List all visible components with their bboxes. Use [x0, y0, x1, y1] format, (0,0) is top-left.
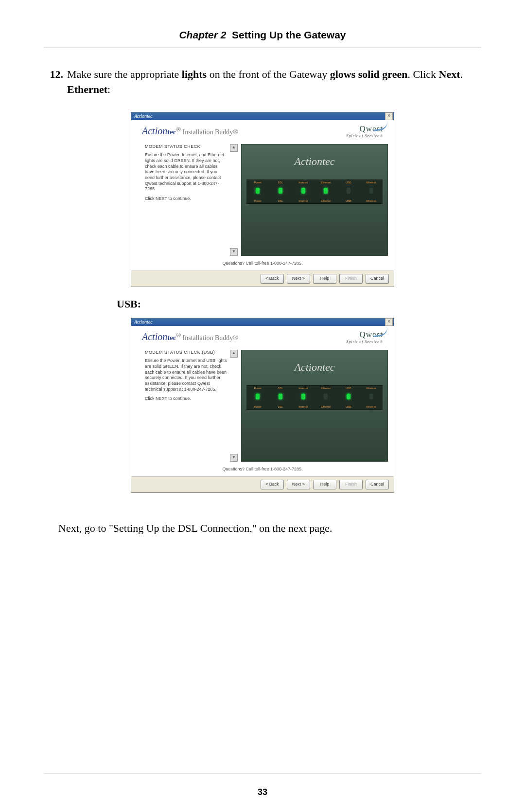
brand-row: Actiontec® Installation Buddy® Qwest Spi… [131, 326, 394, 347]
help-button[interactable]: Help [313, 480, 336, 489]
questions-text: Questions? Call toll-free 1-800-247-7285… [131, 462, 394, 476]
questions-text: Questions? Call toll-free 1-800-247-7285… [131, 256, 394, 271]
help-button[interactable]: Help [313, 274, 336, 284]
finish-button: Finish [339, 480, 363, 489]
instructions-panel: MODEM STATUS CHECK (USB) Ensure the Powe… [145, 350, 230, 462]
panel-heading: MODEM STATUS CHECK [145, 144, 228, 150]
led-usb [347, 394, 350, 399]
led-ethernet [324, 394, 328, 399]
actiontec-logo: Actiontec® Installation Buddy® [142, 126, 238, 137]
cancel-button[interactable]: Cancel [366, 480, 389, 489]
scroll-down-icon[interactable]: ▼ [230, 248, 238, 256]
scroll-up-icon[interactable]: ▲ [230, 350, 238, 358]
step-text: . [460, 68, 463, 80]
scrollbar[interactable]: ▲ ▼ [230, 144, 237, 256]
titlebar: Actiontec × [131, 112, 394, 120]
footer-rule [44, 774, 481, 774]
panel-heading: MODEM STATUS CHECK (USB) [145, 350, 228, 356]
next-button[interactable]: Next > [287, 480, 310, 489]
header-rule [44, 47, 481, 48]
led-power [256, 394, 260, 399]
step-bold-next: Next [439, 68, 460, 80]
panel-body: Ensure the Power, Internet and USB light… [145, 358, 228, 392]
led-power [256, 188, 260, 194]
step-12: 12. Make sure the appropriate lights on … [44, 67, 481, 97]
step-text: Make sure the appropriate [67, 68, 182, 80]
ethernet-label: Ethernet [67, 83, 107, 95]
led-labels-bottom: Power DSL Internet Ethernet USB Wireless [246, 405, 383, 408]
chapter-header: Chapter 2 Setting Up the Gateway [44, 29, 481, 41]
button-row: < Back Next > Help Finish Cancel [131, 476, 394, 492]
back-button[interactable]: < Back [261, 480, 284, 489]
cancel-button[interactable]: Cancel [366, 274, 389, 284]
modem-image: Actiontec Power DSL Internet Ethernet US… [241, 350, 388, 462]
led-labels-top: Power DSL Internet Ethernet USB Wireless [246, 181, 383, 184]
modem-image: Actiontec Power DSL Internet Ethernet US… [241, 144, 388, 256]
back-button[interactable]: < Back [261, 274, 284, 284]
window-title: Actiontec [132, 113, 153, 119]
scrollbar[interactable]: ▲ ▼ [230, 350, 237, 462]
brand-row: Actiontec® Installation Buddy® Qwest Spi… [131, 120, 394, 141]
step-number: 12. [44, 67, 67, 97]
modem-logo: Actiontec [294, 361, 334, 374]
page-number: 33 [0, 787, 525, 797]
titlebar: Actiontec × [131, 318, 394, 326]
chapter-number: Chapter 2 [179, 29, 226, 40]
led-wireless [369, 394, 373, 399]
usb-label: USB: [117, 298, 481, 310]
actiontec-logo: Actiontec® Installation Buddy® [142, 331, 238, 343]
qwest-swoosh-icon [373, 121, 388, 131]
panel-body: Ensure the Power, Internet, and Ethernet… [145, 152, 228, 192]
led-dsl [279, 188, 282, 194]
modem-logo: Actiontec [294, 155, 334, 168]
qwest-logo: Qwest Spirit of Service® [346, 124, 383, 138]
led-ethernet [324, 188, 328, 194]
step-bold-glows: glows solid green [330, 68, 408, 80]
step-text: . Click [407, 68, 438, 80]
finish-button: Finish [339, 274, 363, 284]
led-labels-top: Power DSL Internet Ethernet USB Wireless [246, 387, 383, 390]
step-bold-lights: lights [182, 68, 207, 80]
instructions-panel: MODEM STATUS CHECK Ensure the Power, Int… [145, 144, 230, 256]
led-labels-bottom: Power DSL Internet Ethernet USB Wireless [246, 199, 383, 202]
step-text: on the front of the Gateway [207, 68, 330, 80]
led-internet [301, 394, 305, 399]
close-icon[interactable]: × [385, 112, 393, 120]
colon: : [107, 83, 110, 95]
close-icon[interactable]: × [385, 318, 393, 326]
window-title: Actiontec [132, 319, 153, 325]
led-internet [301, 188, 305, 194]
next-page-line: Next, go to "Setting Up the DSL Connecti… [58, 522, 481, 535]
install-buddy-window-usb: Actiontec × Actiontec® Installation Budd… [131, 318, 394, 493]
scroll-up-icon[interactable]: ▲ [230, 144, 238, 152]
install-buddy-window-ethernet: Actiontec × Actiontec® Installation Budd… [131, 112, 394, 287]
qwest-swoosh-icon [373, 327, 388, 337]
led-usb [347, 188, 350, 194]
next-button[interactable]: Next > [287, 274, 310, 284]
scroll-down-icon[interactable]: ▼ [230, 454, 238, 462]
led-wireless [369, 188, 373, 194]
qwest-logo: Qwest Spirit of Service® [346, 330, 383, 344]
led-dsl [279, 394, 282, 399]
panel-continue: Click NEXT to continue. [145, 396, 228, 402]
step-body: Make sure the appropriate lights on the … [67, 67, 481, 97]
button-row: < Back Next > Help Finish Cancel [131, 271, 394, 287]
chapter-title: Setting Up the Gateway [232, 29, 346, 40]
panel-continue: Click NEXT to continue. [145, 196, 228, 202]
